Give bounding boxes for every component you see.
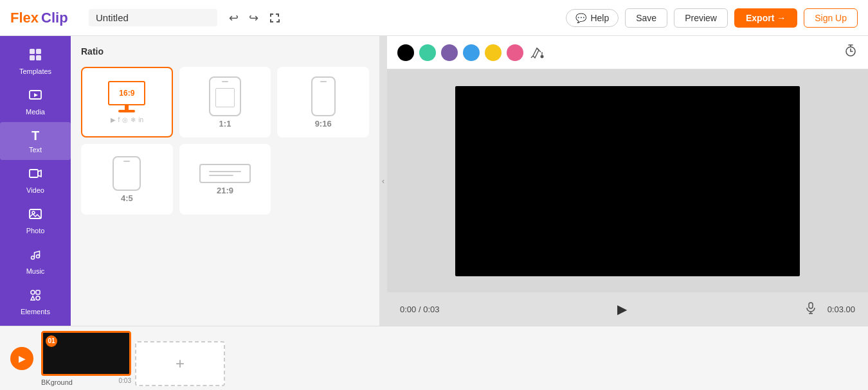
- facebook-icon: f: [118, 116, 120, 123]
- topbar-right: 💬 Help Save Preview Export → Sign Up: [566, 8, 858, 28]
- preview-button[interactable]: Preview: [674, 8, 728, 28]
- sidebar-item-media[interactable]: Media: [0, 82, 71, 122]
- clip-label: BKground: [41, 378, 73, 386]
- sidebar-item-video[interactable]: Video: [0, 160, 71, 200]
- instagram-icon: ◎: [122, 116, 128, 123]
- svg-rect-2: [30, 55, 35, 60]
- inner-square: [215, 88, 235, 107]
- logo-clip: Clip: [41, 10, 68, 26]
- ratio-16-9-inner-label: 16:9: [119, 89, 134, 98]
- clip-row: 01 BKground 0:03 +: [41, 331, 225, 386]
- youtube-icon: ▶: [111, 116, 116, 123]
- save-button[interactable]: Save: [625, 8, 667, 28]
- svg-rect-13: [36, 290, 40, 294]
- landscape-line-2: [209, 175, 233, 176]
- ratio-card-icons: ▶ f ◎ ❄ in: [111, 116, 144, 123]
- templates-icon: [28, 48, 42, 65]
- help-icon: 💬: [575, 13, 586, 23]
- svg-rect-6: [30, 170, 38, 177]
- svg-point-12: [31, 290, 35, 294]
- phone-wrap-9-16: [311, 76, 336, 116]
- main-layout: Templates Media T Text Video Photo: [0, 36, 868, 326]
- export-label: Export →: [746, 13, 786, 23]
- sidebar-item-music[interactable]: Music: [0, 241, 71, 281]
- phone-wrap-4-5: [113, 156, 141, 191]
- sidebar-item-text[interactable]: T Text: [0, 122, 71, 160]
- preview-canvas: [387, 69, 868, 292]
- color-dot-blue[interactable]: [463, 44, 480, 61]
- sidebar-text-label: Text: [29, 146, 42, 154]
- clip-thumbnail[interactable]: 01: [41, 331, 131, 376]
- total-time-value: 0:03: [423, 305, 439, 314]
- svg-point-15: [36, 296, 40, 300]
- monitor-base: [118, 110, 135, 112]
- elements-icon: [28, 288, 42, 305]
- fullscreen-button[interactable]: [265, 8, 284, 28]
- add-clip-button[interactable]: +: [135, 341, 225, 386]
- music-icon: [28, 247, 42, 265]
- sidebar-item-templates[interactable]: Templates: [0, 41, 71, 82]
- video-preview: [455, 86, 800, 276]
- color-dot-black[interactable]: [397, 44, 414, 61]
- current-time-display: 0:00 / 0:03: [400, 305, 439, 314]
- ratio-1-1-label: 1:1: [219, 119, 231, 129]
- microphone-icon[interactable]: [804, 301, 817, 317]
- svg-rect-21: [809, 303, 813, 308]
- ratio-card-16-9[interactable]: 16:9 ▶ f ◎ ❄ in: [81, 67, 173, 137]
- redo-button[interactable]: ↪: [245, 7, 262, 29]
- panel-collapse-handle[interactable]: ‹: [379, 36, 387, 326]
- color-toolbar: [387, 36, 868, 69]
- signup-label: Sign Up: [815, 13, 847, 23]
- svg-marker-7: [38, 170, 41, 177]
- signup-button[interactable]: Sign Up: [804, 8, 858, 28]
- color-dot-teal[interactable]: [419, 44, 436, 61]
- landscape-lines: [209, 171, 241, 176]
- undo-button[interactable]: ↩: [225, 7, 242, 29]
- sidebar-item-photo[interactable]: Photo: [0, 200, 71, 241]
- svg-rect-0: [30, 49, 35, 54]
- project-title-input[interactable]: [89, 9, 217, 26]
- landscape-line-1: [209, 171, 241, 172]
- timer-icon[interactable]: [844, 44, 858, 61]
- sidebar-media-label: Media: [26, 108, 45, 116]
- color-dot-purple[interactable]: [441, 44, 458, 61]
- ratio-card-9-16[interactable]: 9:16: [277, 67, 369, 137]
- sidebar-item-elements[interactable]: Elements: [0, 281, 71, 322]
- color-dot-yellow[interactable]: [485, 44, 502, 61]
- color-dot-pink[interactable]: [507, 44, 523, 61]
- export-button[interactable]: Export →: [734, 8, 797, 28]
- timeline-play-button[interactable]: ▶: [10, 347, 33, 370]
- ratio-panel: Ratio 16:9 ▶ f ◎ ❄ in: [71, 36, 379, 326]
- ratio-card-21-9[interactable]: 21:9: [179, 144, 271, 215]
- panel-title: Ratio: [81, 46, 369, 57]
- fill-bucket-icon[interactable]: [529, 44, 547, 62]
- sidebar-templates-label: Templates: [19, 67, 51, 75]
- ratio-21-9-label: 21:9: [217, 186, 233, 195]
- clip-info: BKground 0:03: [41, 377, 131, 386]
- play-button[interactable]: ▶: [617, 301, 627, 317]
- video-icon: [28, 166, 42, 184]
- sidebar-photo-label: Photo: [26, 227, 45, 235]
- current-time-value: 0:00: [400, 305, 416, 314]
- help-button[interactable]: 💬 Help: [566, 9, 619, 27]
- duration-display: 0:03.00: [827, 305, 855, 314]
- logo: FlexClip: [10, 10, 81, 26]
- svg-marker-14: [31, 296, 35, 300]
- linkedin-icon: in: [138, 116, 143, 123]
- topbar-icons: ↩ ↪: [225, 7, 284, 29]
- monitor-wrap: 16:9: [108, 81, 145, 112]
- ratio-card-1-1[interactable]: 1:1: [179, 67, 271, 137]
- snapchat-icon: ❄: [131, 116, 136, 123]
- logo-flex: Flex: [10, 10, 39, 26]
- svg-marker-5: [34, 93, 38, 97]
- sidebar-video-label: Video: [26, 186, 44, 194]
- ratio-grid: 16:9 ▶ f ◎ ❄ in 1:1: [81, 67, 369, 215]
- ratio-card-4-5[interactable]: 4:5: [81, 144, 173, 215]
- ratio-4-5-label: 4:5: [121, 193, 133, 203]
- clip-duration: 0:03: [119, 377, 131, 386]
- svg-rect-3: [36, 55, 41, 60]
- timeline-clip-container: 01 BKground 0:03: [41, 331, 131, 386]
- preview-label: Preview: [685, 13, 717, 23]
- topbar: FlexClip ↩ ↪ 💬 Help Save Preview Export …: [0, 0, 868, 36]
- preview-area: 0:00 / 0:03 ▶ 0:03.00: [387, 36, 868, 326]
